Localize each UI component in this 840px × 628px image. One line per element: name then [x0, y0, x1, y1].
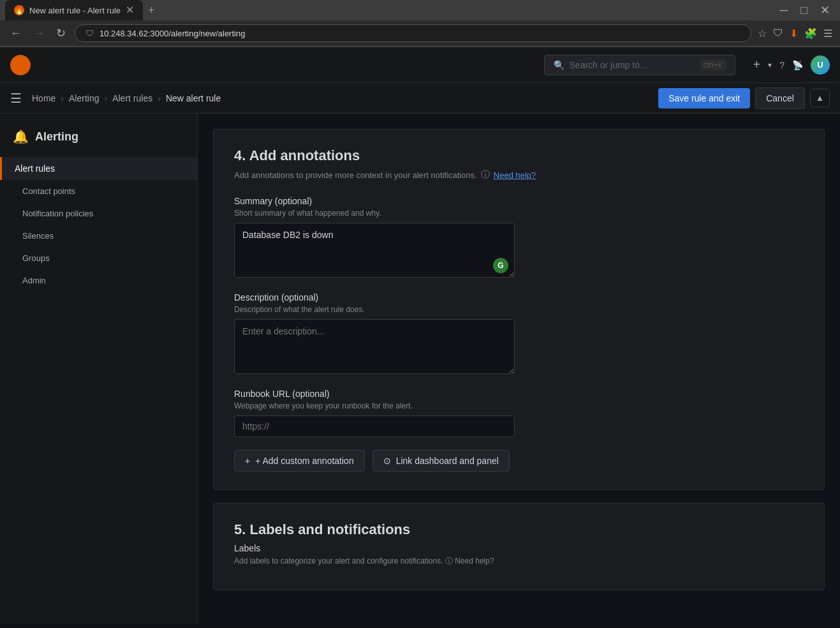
- section-5-card: 5. Labels and notifications Labels Add l…: [213, 503, 825, 590]
- breadcrumb-home[interactable]: Home: [32, 93, 55, 103]
- maximize-button[interactable]: □: [800, 4, 807, 17]
- sidebar-item-contact-points[interactable]: Contact points: [0, 180, 197, 202]
- summary-textarea-wrapper: Database DB2 is down G: [234, 223, 515, 280]
- tab-favicon: 🔥: [14, 5, 24, 15]
- search-shortcut: ctrl+k: [700, 59, 726, 71]
- link-dashboard-button[interactable]: ⊙ Link dashboard and panel: [372, 450, 510, 472]
- menu-icon[interactable]: ☰: [823, 27, 832, 40]
- description-textarea[interactable]: [234, 319, 515, 374]
- breadcrumb-current: New alert rule: [166, 93, 221, 103]
- browser-tabs-bar: 🔥 New alert rule - Alert rule ✕ + ─ □ ✕: [0, 0, 840, 20]
- sidebar-item-admin[interactable]: Admin: [0, 269, 197, 292]
- minimize-button[interactable]: ─: [779, 4, 788, 17]
- runbook-field-group: Runbook URL (optional) Webpage where you…: [234, 389, 804, 437]
- sidebar-item-alert-rules[interactable]: Alert rules: [0, 157, 197, 180]
- breadcrumb-separator-2: ›: [105, 93, 108, 103]
- forward-button[interactable]: →: [31, 26, 47, 41]
- plus-icon[interactable]: +: [753, 57, 761, 72]
- main-layout: 🔔 Alerting Alert rules Contact points No…: [0, 114, 840, 624]
- summary-hint: Short summary of what happened and why.: [234, 209, 804, 218]
- download-icon[interactable]: ⬇: [790, 27, 798, 40]
- description-field-group: Description (optional) Description of wh…: [234, 292, 804, 376]
- active-tab[interactable]: 🔥 New alert rule - Alert rule ✕: [5, 0, 143, 20]
- section-4-title: 4. Add annotations: [234, 147, 804, 164]
- help-circle-icon: ⓘ: [481, 169, 490, 181]
- grammarly-icon: G: [493, 258, 508, 273]
- security-icon: 🛡: [85, 28, 94, 38]
- sidebar-nav: Alert rules Contact points Notification …: [0, 157, 197, 292]
- section-4-card: 4. Add annotations Add annotations to pr…: [213, 129, 825, 490]
- labels-hint: Add labels to categorize your alert and …: [234, 556, 804, 567]
- help-icon[interactable]: ?: [779, 60, 785, 70]
- refresh-button[interactable]: ↻: [54, 25, 68, 41]
- app-header: 🔍 Search or jump to... ctrl+k + ▾ ? 📡 U: [0, 47, 840, 83]
- grafana-logo[interactable]: [10, 55, 31, 75]
- bookmark-icon[interactable]: ☆: [758, 27, 767, 40]
- cancel-button[interactable]: Cancel: [755, 87, 805, 109]
- browser-actions: ☆ 🛡 ⬇ 🧩 ☰: [758, 27, 832, 40]
- search-placeholder: Search or jump to...: [570, 60, 647, 70]
- add-annotation-label: + Add custom annotation: [255, 456, 354, 466]
- header-right-actions: Save rule and exit Cancel ▲: [658, 87, 830, 109]
- runbook-hint: Webpage where you keep your runbook for …: [234, 401, 804, 410]
- sidebar-title-text: Alerting: [35, 130, 78, 144]
- bell-icon: 🔔: [13, 129, 29, 144]
- extensions-icon[interactable]: 🧩: [804, 27, 817, 40]
- sidebar-item-notification-policies[interactable]: Notification policies: [0, 202, 197, 225]
- sidebar-title: 🔔 Alerting: [0, 129, 197, 157]
- back-button[interactable]: ←: [8, 26, 24, 41]
- address-bar[interactable]: 🛡 10.248.34.62:3000/alerting/new/alertin…: [75, 24, 751, 42]
- svg-point-0: [15, 59, 26, 71]
- new-tab-button[interactable]: +: [143, 1, 160, 20]
- close-window-button[interactable]: ✕: [820, 3, 830, 17]
- plus-icon: +: [245, 456, 250, 466]
- link-icon: ⊙: [383, 456, 391, 466]
- breadcrumb-bar: ☰ Home › Alerting › Alert rules › New al…: [0, 83, 840, 114]
- chevron-down-icon[interactable]: ▾: [768, 61, 772, 70]
- runbook-label: Runbook URL (optional): [234, 389, 804, 399]
- tab-title: New alert rule - Alert rule: [29, 6, 121, 15]
- hamburger-menu[interactable]: ☰: [10, 91, 22, 106]
- header-actions: + ▾ ? 📡 U: [753, 56, 830, 75]
- add-custom-annotation-button[interactable]: + + Add custom annotation: [234, 450, 365, 472]
- description-label: Description (optional): [234, 292, 804, 303]
- summary-label: Summary (optional): [234, 196, 804, 206]
- search-icon: 🔍: [554, 60, 564, 70]
- breadcrumb-separator: ›: [61, 93, 64, 103]
- search-bar[interactable]: 🔍 Search or jump to... ctrl+k: [544, 55, 735, 75]
- section-4-subtitle: Add annotations to provide more context …: [234, 169, 804, 181]
- save-rule-button[interactable]: Save rule and exit: [658, 88, 750, 108]
- description-hint: Description of what the alert rule does.: [234, 305, 804, 314]
- breadcrumb-alert-rules[interactable]: Alert rules: [112, 93, 152, 103]
- breadcrumb-alerting[interactable]: Alerting: [69, 93, 99, 103]
- annotation-button-row: + + Add custom annotation ⊙ Link dashboa…: [234, 450, 804, 472]
- summary-field-group: Summary (optional) Short summary of what…: [234, 196, 804, 280]
- collapse-button[interactable]: ▲: [810, 89, 830, 107]
- avatar[interactable]: U: [811, 56, 830, 75]
- shield-icon[interactable]: 🛡: [773, 27, 783, 39]
- sidebar-item-silences[interactable]: Silences: [0, 225, 197, 247]
- sidebar-item-groups[interactable]: Groups: [0, 247, 197, 269]
- link-dashboard-label: Link dashboard and panel: [396, 456, 499, 466]
- runbook-input[interactable]: [234, 415, 515, 437]
- need-help-link[interactable]: Need help?: [494, 170, 536, 180]
- labels-label: Labels: [234, 543, 804, 553]
- address-bar-row: ← → ↻ 🛡 10.248.34.62:3000/alerting/new/a…: [0, 20, 840, 47]
- breadcrumb: Home › Alerting › Alert rules › New aler…: [32, 93, 221, 103]
- summary-textarea[interactable]: Database DB2 is down: [234, 223, 515, 278]
- section-4-subtitle-text: Add annotations to provide more context …: [234, 170, 477, 180]
- breadcrumb-separator-3: ›: [158, 93, 161, 103]
- signal-icon[interactable]: 📡: [792, 60, 803, 70]
- tab-close-button[interactable]: ✕: [126, 5, 134, 15]
- content-area: 4. Add annotations Add annotations to pr…: [198, 114, 840, 624]
- sidebar: 🔔 Alerting Alert rules Contact points No…: [0, 114, 198, 624]
- section-5-title: 5. Labels and notifications: [234, 521, 804, 538]
- address-text: 10.248.34.62:3000/alerting/new/alerting: [99, 29, 741, 38]
